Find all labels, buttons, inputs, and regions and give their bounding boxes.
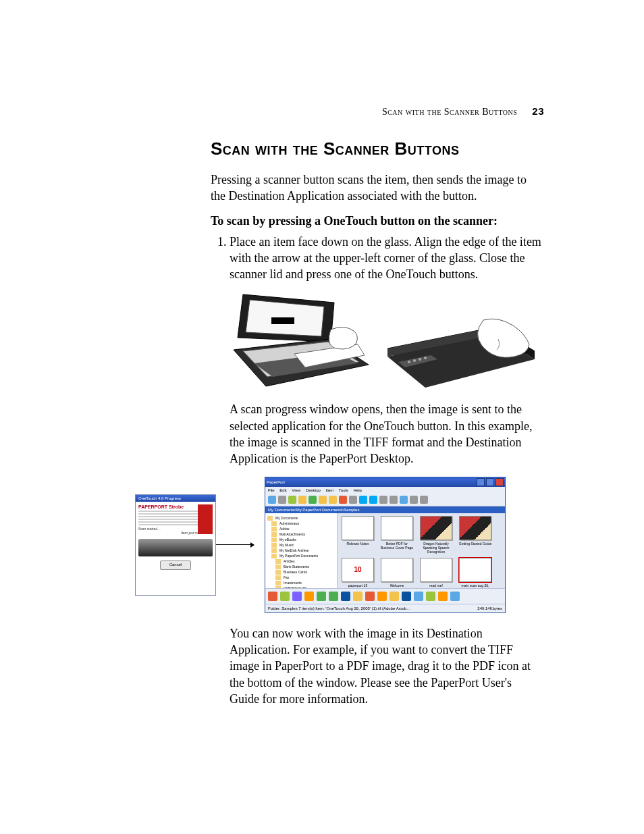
menu-desktop[interactable]: Desktop [306,488,321,492]
tree-item[interactable]: Bank Statements [275,565,335,569]
sendto-icon[interactable] [329,592,338,601]
thumbnails-pane[interactable]: Release NotesBetter PDF for Business Cov… [338,513,505,588]
toolbar-icon[interactable] [379,496,387,504]
cancel-button[interactable]: Cancel [160,561,191,570]
step-1: Place an item face down on the glass. Al… [230,234,544,283]
thumbnail-caption: paperport 10 [348,583,367,588]
page-icon [381,558,413,582]
thumbnail-caption: Better PDF for Business Cover Page [379,542,414,550]
page-icon [459,558,491,582]
sendto-icon[interactable] [353,592,363,601]
toolbar-icon[interactable] [288,496,296,504]
progress-titlebar: OneTouch 4.0 Progress [136,495,215,502]
page-number: 23 [532,105,544,117]
thumbnail-caption: Welcome [390,583,404,588]
thumbnail[interactable]: Dragon Naturally Speaking Speech Recogni… [419,516,454,554]
tree-item[interactable]: Articles [275,559,335,564]
tree-item[interactable]: Fax [275,575,335,580]
toolbar-icon[interactable] [308,496,317,504]
tree-item[interactable]: My Documents [267,516,335,521]
sendto-icon[interactable] [377,592,387,601]
sendto-icon[interactable] [402,592,411,601]
toolbar-icon[interactable] [400,496,408,504]
paperport-window: PaperPort File Edit View Desktop Item To… [265,477,506,613]
page-icon [342,558,374,582]
sendto-icon[interactable] [304,592,314,601]
close-icon[interactable] [495,478,504,486]
tree-item[interactable]: Administrator [271,521,335,526]
step-list: Place an item face down on the glass. Al… [211,234,544,283]
intro-paragraph: Pressing a scanner button scans the item… [211,172,544,205]
menu-edit[interactable]: Edit [279,488,286,492]
thumbnail[interactable]: Getting Started Guide [458,516,493,554]
toolbar-icon[interactable] [329,496,337,504]
send-to-bar [265,588,505,604]
toolbar-icon[interactable] [420,496,428,504]
thumbnail[interactable]: main scan aug 26, 2005 (1) [458,558,493,592]
svg-point-15 [424,357,427,359]
toolbar-icon[interactable] [319,496,327,504]
tree-item[interactable]: Business Cards [275,570,335,575]
pdf-icon[interactable] [365,592,375,601]
minimize-icon[interactable] [477,478,485,486]
sendto-icon[interactable] [341,592,350,601]
page-icon [459,516,491,540]
thumbnail-caption: read me! [429,583,443,588]
tree-item[interactable]: My PaperPort Documents [271,554,335,558]
thumbnail[interactable]: Better PDF for Business Cover Page [379,516,414,554]
menu-help[interactable]: Help [354,488,362,492]
toolbar-icon[interactable] [390,496,398,504]
toolbar-icon[interactable] [349,496,357,504]
scanner-open-icon [230,289,371,390]
tree-item[interactable]: Mail Attachments [271,532,335,537]
thumbnail-caption: Release Notes [347,542,369,546]
tree-item[interactable]: My NetDisk Archive [271,548,335,553]
thumbnail[interactable]: paperport 10 [340,558,375,592]
sendto-icon[interactable] [450,592,460,601]
toolbar-icon[interactable] [410,496,418,504]
tree-item[interactable]: Adobe [271,527,335,531]
menu-bar[interactable]: File Edit View Desktop Item Tools Help [265,487,505,494]
running-head: Scan with the Scanner Buttons 23 [382,105,544,118]
tree-item[interactable]: My Music [271,543,335,548]
thumbnail[interactable]: read me! [419,558,454,592]
toolbar-icon[interactable] [369,496,377,504]
tree-item[interactable]: Investments [275,581,335,585]
section-title: Scan with the Scanner Buttons [211,138,544,159]
folder-tree[interactable]: My DocumentsAdministratorAdobeMail Attac… [265,513,338,588]
delete-icon[interactable] [339,496,347,504]
menu-file[interactable]: File [268,488,275,492]
sendto-icon[interactable] [414,592,423,601]
svg-rect-2 [271,317,294,324]
procedure-heading: To scan by pressing a OneTouch button on… [211,214,544,228]
menu-tools[interactable]: Tools [339,488,348,492]
page-icon [420,516,452,540]
svg-point-12 [408,361,410,363]
toolbar-icon[interactable] [298,496,306,504]
sendto-icon[interactable] [268,592,277,601]
sendto-icon[interactable] [317,592,326,601]
thumbnail-caption: Getting Started Guide [459,542,491,546]
status-bar: Folder: Samples 7 item(s) Item: 'OneTouc… [265,604,505,613]
progress-ad-block [198,504,213,534]
toolbar-icon[interactable] [278,496,286,504]
thumbnail[interactable]: Welcome [379,558,414,592]
tree-item[interactable]: My eBooks [271,538,335,542]
sendto-icon[interactable] [390,592,399,601]
thumbnail[interactable]: Release Notes [340,516,375,554]
sendto-icon[interactable] [426,592,435,601]
status-right: 249.14Kbytes [477,604,502,613]
toolbar-icon[interactable] [268,496,276,504]
svg-point-13 [413,359,416,362]
toolbar-icon[interactable] [359,496,367,504]
menu-view[interactable]: View [292,488,300,492]
status-left: Folder: Samples 7 item(s) Item: 'OneTouc… [268,604,410,613]
sendto-icon[interactable] [280,592,290,601]
maximize-icon[interactable] [486,478,494,486]
sendto-icon[interactable] [438,592,448,601]
menu-item[interactable]: Item [326,488,334,492]
arrow-icon [216,544,254,545]
closing-paragraph: You can now work with the image in its D… [230,625,544,707]
sendto-icon[interactable] [292,592,302,601]
screenshot-row: OneTouch 4.0 Progress PAPERPORT Strobe S… [230,477,544,613]
